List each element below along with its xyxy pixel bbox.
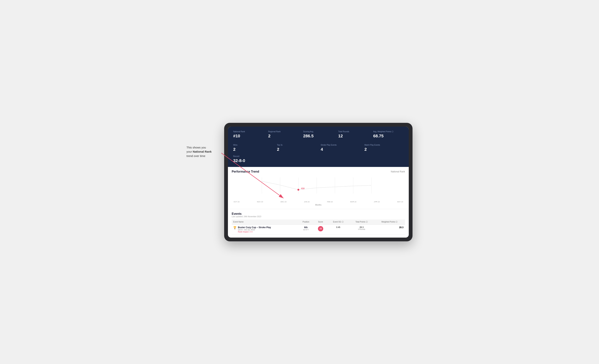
chart-x-axis-title: Months	[232, 204, 405, 206]
stat-wins-value: 2	[233, 147, 272, 152]
stat-total-rounds: Total Rounds 12	[336, 129, 371, 140]
performance-trend-subtitle: National Rank	[391, 170, 405, 173]
event-name: Buster Cozy Cup – Stroke Play	[238, 226, 271, 229]
stat-stroke-play: Stroke Play Events 4	[318, 142, 362, 153]
event-total-points-cell: 28.3 3 Rounds	[349, 224, 374, 234]
stat-top3s-label: Top 3s	[277, 144, 316, 146]
month-label-7: MAY 24	[397, 201, 403, 203]
stat-stroke-play-value: 4	[321, 147, 360, 152]
stat-record-value: 32-8-0	[233, 158, 272, 163]
svg-point-9	[297, 189, 299, 191]
performance-trend-title: Performance Trend	[232, 170, 259, 173]
stat-match-play-value: 2	[364, 147, 404, 152]
col-event-sg: Event SG ⓘ	[327, 220, 349, 225]
col-weighted-points: Weighted Points ⓘ	[374, 220, 405, 225]
month-label-3: JAN 24	[304, 201, 310, 203]
event-score-badge: -22	[318, 226, 323, 231]
event-position: 6th	[300, 226, 312, 229]
event-rank-impact: Rank Impact: 3 ▼	[238, 231, 271, 233]
event-score-cell: -22	[314, 224, 327, 234]
performance-trend-section: Performance Trend National Rank	[228, 167, 409, 209]
event-total-rounds: 3 Rounds	[351, 228, 372, 230]
stat-stroke-play-label: Stroke Play Events	[321, 144, 360, 146]
stat-match-play-label: Match Play Events	[364, 144, 404, 146]
events-last-updated: Last updated: 24th November 2023	[232, 215, 405, 218]
stat-regional-rank-label: Regional Rank	[268, 130, 299, 133]
stat-avg-weighted-value: 68.75	[373, 133, 404, 139]
stat-scoring-avg: Scoring Avg. 286.5	[301, 129, 336, 140]
events-table-body: 🏆 Buster Cozy Cup – Stroke Play Oct 9 - …	[232, 224, 405, 234]
performance-trend-header: Performance Trend National Rank	[232, 170, 405, 173]
stat-regional-rank-value: 2	[268, 133, 299, 139]
stat-national-rank: National Rank #10	[231, 129, 266, 140]
performance-chart: #10	[232, 176, 405, 198]
stat-avg-weighted-label: Avg. Weighted Points ⓘ	[373, 130, 404, 133]
stat-total-rounds-value: 12	[338, 133, 369, 139]
event-position-cell: 6th out of 7	[298, 224, 314, 234]
stat-national-rank-value: #10	[233, 133, 264, 139]
col-total-points: Total Points ⓘ	[349, 220, 374, 225]
month-label-1: NOV 23	[257, 201, 263, 203]
month-label-2: DEC 23	[281, 201, 287, 203]
event-info-cell: 🏆 Buster Cozy Cup – Stroke Play Oct 9 - …	[232, 224, 298, 234]
col-score: Score	[314, 220, 327, 225]
col-event-name: Event Name	[232, 220, 298, 225]
month-label-6: APR 24	[374, 201, 380, 203]
events-table-header-row: Event Name Position Score Event SG ⓘ Tot…	[232, 220, 405, 225]
tablet-frame: National Rank #10 Regional Rank 2 Scorin…	[224, 123, 413, 241]
chart-x-labels: OCT 23 NOV 23 DEC 23 JAN 24 FEB 24 MAR 2…	[232, 201, 405, 203]
event-weighted-points: 28.3	[399, 226, 404, 229]
table-row: 🏆 Buster Cozy Cup – Stroke Play Oct 9 - …	[232, 224, 405, 234]
col-position: Position	[298, 220, 314, 225]
event-trophy-icon: 🏆	[233, 226, 236, 229]
stat-wins-label: Wins	[233, 144, 272, 146]
event-date: Oct 9 - Oct 10, 2023	[238, 229, 271, 231]
stat-avg-weighted-points: Avg. Weighted Points ⓘ 68.75	[371, 129, 406, 140]
annotation-text: This shows you your National Rank trend …	[186, 145, 211, 158]
stat-top3s: Top 3s 2	[275, 142, 318, 153]
stat-total-rounds-label: Total Rounds	[338, 130, 369, 133]
rank-impact-arrow: ▼	[251, 231, 253, 233]
month-label-4: FEB 24	[327, 201, 333, 203]
stat-record-label: Record	[233, 155, 272, 158]
event-position-sub: out of 7	[300, 229, 312, 231]
event-total-points: 28.3	[351, 226, 372, 228]
event-sg-cell: 0.45	[327, 224, 349, 234]
event-weighted-points-cell: 28.3	[374, 224, 405, 234]
events-title: Events	[232, 212, 405, 215]
stat-top3s-value: 2	[277, 147, 316, 152]
stats-header-row1: National Rank #10 Regional Rank 2 Scorin…	[228, 127, 409, 142]
stat-national-rank-label: National Rank	[233, 130, 264, 133]
chart-container: #10	[232, 176, 405, 200]
stat-record: Record 32-8-0	[231, 153, 274, 165]
page-wrapper: This shows you your National Rank trend …	[186, 123, 413, 241]
events-table-head: Event Name Position Score Event SG ⓘ Tot…	[232, 220, 405, 225]
stat-scoring-avg-value: 286.5	[303, 133, 334, 139]
svg-text:#10: #10	[301, 187, 304, 189]
stats-header-row2: Wins 2 Top 3s 2 Stroke Play Events 4 Mat…	[228, 142, 409, 167]
month-label-0: OCT 23	[234, 201, 239, 203]
events-table: Event Name Position Score Event SG ⓘ Tot…	[232, 220, 405, 235]
stat-match-play: Match Play Events 2	[362, 142, 406, 153]
month-label-5: MAR 24	[350, 201, 356, 203]
stat-regional-rank: Regional Rank 2	[266, 129, 301, 140]
event-sg-value: 0.45	[336, 226, 340, 228]
stat-scoring-avg-label: Scoring Avg.	[303, 130, 334, 133]
events-section: Events Last updated: 24th November 2023 …	[228, 209, 409, 238]
stat-wins: Wins 2	[231, 142, 274, 153]
tablet-screen: National Rank #10 Regional Rank 2 Scorin…	[228, 127, 409, 238]
